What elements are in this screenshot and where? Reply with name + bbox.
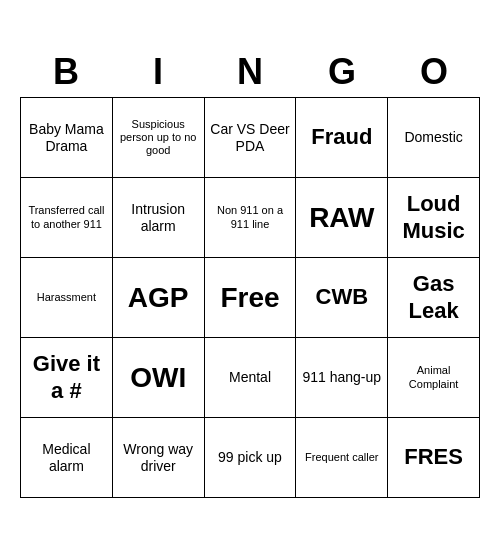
- bingo-cell-11: AGP: [113, 258, 205, 338]
- bingo-cell-23: Frequent caller: [296, 418, 388, 498]
- bingo-letter-B: B: [20, 46, 112, 97]
- bingo-cell-0: Baby Mama Drama: [21, 98, 113, 178]
- bingo-cell-9: Loud Music: [388, 178, 480, 258]
- bingo-cell-14: Gas Leak: [388, 258, 480, 338]
- bingo-letter-I: I: [112, 46, 204, 97]
- bingo-cell-21: Wrong way driver: [113, 418, 205, 498]
- bingo-cell-3: Fraud: [296, 98, 388, 178]
- bingo-cell-7: Non 911 on a 911 line: [205, 178, 297, 258]
- bingo-cell-13: CWB: [296, 258, 388, 338]
- bingo-cell-24: FRES: [388, 418, 480, 498]
- bingo-cell-16: OWI: [113, 338, 205, 418]
- bingo-cell-22: 99 pick up: [205, 418, 297, 498]
- bingo-cell-10: Harassment: [21, 258, 113, 338]
- bingo-cell-18: 911 hang-up: [296, 338, 388, 418]
- bingo-cell-5: Transferred call to another 911: [21, 178, 113, 258]
- bingo-header: BINGO: [20, 46, 480, 97]
- bingo-cell-12: Free: [205, 258, 297, 338]
- bingo-cell-2: Car VS Deer PDA: [205, 98, 297, 178]
- bingo-cell-6: Intrusion alarm: [113, 178, 205, 258]
- bingo-cell-17: Mental: [205, 338, 297, 418]
- bingo-cell-19: Animal Complaint: [388, 338, 480, 418]
- bingo-cell-8: RAW: [296, 178, 388, 258]
- bingo-letter-O: O: [388, 46, 480, 97]
- bingo-card: BINGO Baby Mama DramaSuspicious person u…: [20, 46, 480, 498]
- bingo-cell-4: Domestic: [388, 98, 480, 178]
- bingo-grid: Baby Mama DramaSuspicious person up to n…: [20, 97, 480, 498]
- bingo-letter-G: G: [296, 46, 388, 97]
- bingo-cell-15: Give it a #: [21, 338, 113, 418]
- bingo-letter-N: N: [204, 46, 296, 97]
- bingo-cell-20: Medical alarm: [21, 418, 113, 498]
- bingo-cell-1: Suspicious person up to no good: [113, 98, 205, 178]
